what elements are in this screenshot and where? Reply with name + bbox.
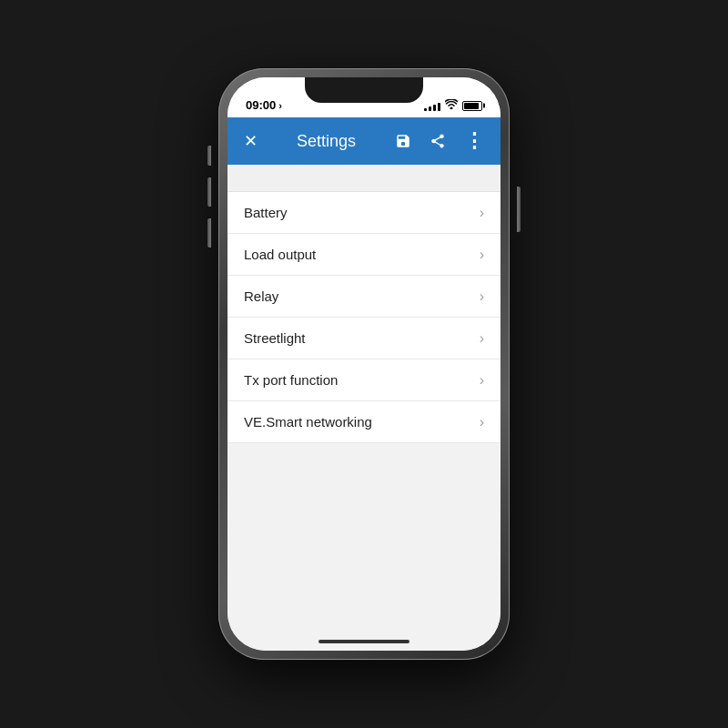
chevron-right-icon: ›	[480, 247, 484, 263]
settings-list: Battery › Load output › Relay › Streetli…	[228, 192, 500, 443]
list-item[interactable]: Battery ›	[228, 192, 500, 234]
list-item-label: Relay	[244, 288, 278, 304]
chevron-right-icon: ›	[480, 288, 484, 305]
chevron-right-icon: ›	[480, 330, 484, 347]
list-item-label: Streetlight	[244, 330, 306, 346]
signal-bar-4	[438, 103, 440, 111]
wifi-icon	[445, 99, 458, 112]
save-button[interactable]	[389, 127, 417, 155]
signal-bar-2	[429, 106, 431, 111]
power-button	[517, 187, 521, 232]
chevron-right-icon: ›	[480, 205, 484, 221]
phone-frame: 09:00 ›	[218, 68, 510, 660]
silent-button	[207, 146, 211, 166]
battery-status-icon	[462, 101, 482, 111]
list-item[interactable]: Load output ›	[228, 234, 500, 276]
chevron-right-icon: ›	[480, 372, 484, 389]
list-item[interactable]: VE.Smart networking ›	[228, 401, 500, 443]
signal-bar-1	[424, 108, 427, 111]
volume-up-button	[207, 177, 211, 207]
signal-bars	[424, 100, 440, 111]
empty-content-area	[228, 443, 500, 651]
phone-screen: 09:00 ›	[228, 77, 500, 651]
list-item-label: Battery	[244, 205, 288, 220]
list-item-label: VE.Smart networking	[244, 414, 372, 430]
volume-down-button	[207, 218, 211, 248]
section-divider	[228, 165, 500, 192]
page-title: Settings	[270, 132, 382, 151]
list-item[interactable]: Streetlight ›	[228, 318, 500, 359]
share-button[interactable]	[424, 127, 451, 155]
list-item-label: Load output	[244, 247, 316, 262]
list-item-label: Tx port function	[244, 372, 338, 388]
app-bar: ✕ Settings ⋮	[228, 117, 500, 165]
status-icons	[424, 99, 482, 112]
more-options-button[interactable]: ⋮	[459, 124, 490, 158]
home-indicator	[318, 640, 410, 643]
location-icon: ›	[278, 100, 282, 111]
list-item[interactable]: Tx port function ›	[228, 359, 500, 401]
notch	[305, 77, 423, 103]
list-item[interactable]: Relay ›	[228, 276, 500, 318]
close-button[interactable]: ✕	[238, 126, 263, 157]
signal-bar-3	[433, 105, 436, 111]
chevron-right-icon: ›	[480, 414, 484, 430]
time-label: 09:00	[246, 98, 276, 112]
status-time: 09:00 ›	[246, 98, 282, 112]
